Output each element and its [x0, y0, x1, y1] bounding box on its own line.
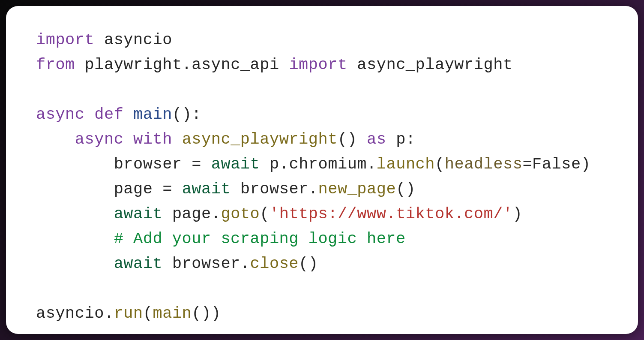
kw-as: as [367, 130, 386, 148]
parens-5: ()) [192, 304, 221, 322]
method-new-page: new_page [318, 180, 396, 198]
kw-import: import [36, 31, 94, 49]
func-main-def: main [133, 105, 172, 123]
parens-4: () [299, 255, 318, 273]
attr-async-api: async_api [192, 56, 279, 74]
lparen-3: ( [143, 304, 153, 322]
lparen: ( [435, 155, 445, 173]
module-playwright: playwright [85, 56, 182, 74]
name-async-playwright: async_playwright [357, 56, 512, 74]
dot-7: . [104, 304, 114, 322]
kw-with: with [133, 130, 172, 148]
rparen-2: ) [513, 205, 523, 223]
method-launch: launch [377, 155, 435, 173]
var-page-2: page [172, 205, 211, 223]
kw-await-4: await [114, 255, 163, 273]
comment-line: # Add your scraping logic here [114, 230, 406, 248]
dot: . [182, 56, 192, 74]
module-asyncio-2: asyncio [36, 304, 104, 322]
method-run: run [114, 304, 143, 322]
method-goto: goto [221, 205, 260, 223]
equals-2: = [522, 155, 532, 173]
code-card: import asyncio from playwright.async_api… [6, 6, 638, 334]
var-browser: browser [114, 155, 182, 173]
equals: = [192, 155, 201, 173]
kw-await-1: await [211, 155, 260, 173]
parens-3: () [396, 180, 415, 198]
kw-await-2: await [182, 180, 231, 198]
parens: (): [172, 105, 201, 123]
attr-chromium: chromium [289, 155, 367, 173]
parens-2: () [338, 130, 357, 148]
var-p-2: p [270, 155, 279, 173]
kw-async-2: async [75, 130, 124, 148]
lparen-2: ( [260, 205, 270, 223]
module-asyncio: asyncio [104, 31, 172, 49]
dot-6: . [240, 255, 250, 273]
kw-from: from [36, 56, 75, 74]
call-async-playwright: async_playwright [182, 130, 338, 148]
kw-async: async [36, 105, 85, 123]
dot-2: . [279, 155, 289, 173]
equals-3: = [162, 180, 172, 198]
code-block: import asyncio from playwright.async_api… [36, 27, 608, 326]
var-p: p [396, 130, 406, 148]
method-close: close [250, 255, 299, 273]
string-url: 'https://www.tiktok.com/' [270, 205, 513, 223]
dot-3: . [367, 155, 377, 173]
val-false: False [532, 155, 581, 173]
var-browser-2: browser [240, 180, 309, 198]
dot-4: . [309, 180, 318, 198]
dot-5: . [211, 205, 221, 223]
rparen: ) [581, 155, 591, 173]
kw-await-3: await [114, 205, 163, 223]
kw-import-2: import [289, 56, 347, 74]
func-main-call: main [153, 304, 192, 322]
param-headless: headless [445, 155, 523, 173]
colon: : [406, 130, 416, 148]
var-page: page [114, 180, 153, 198]
kw-def: def [94, 105, 123, 123]
var-browser-3: browser [172, 255, 240, 273]
